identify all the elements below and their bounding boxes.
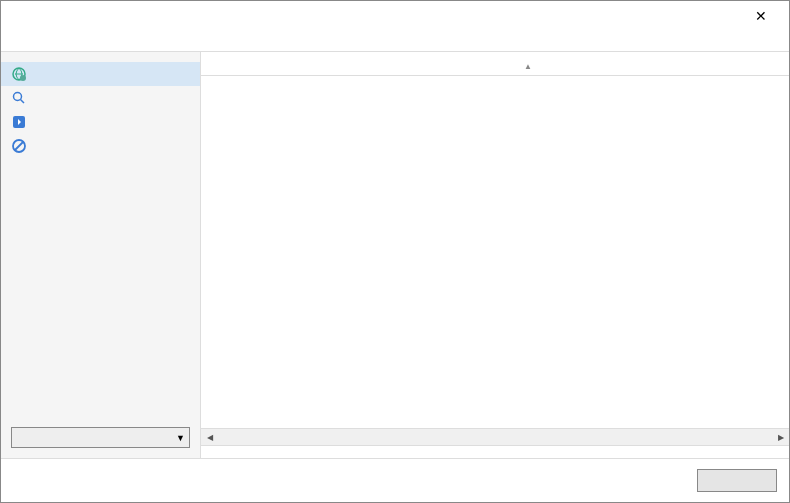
close-icon[interactable]: ✕ <box>741 8 781 24</box>
show-section: ▼ <box>1 419 200 458</box>
sidebar: ▼ <box>1 52 201 458</box>
table-header: ▲ <box>201 52 789 76</box>
hint-text <box>201 445 789 458</box>
scroll-left-icon[interactable]: ◀ <box>201 429 218 446</box>
main-area: ▼ ▲ ◀ ▶ <box>1 51 789 458</box>
table-body <box>201 76 789 428</box>
chevron-down-icon: ▼ <box>176 433 185 443</box>
sidebar-item-search[interactable] <box>1 86 200 110</box>
horizontal-scrollbar[interactable]: ◀ ▶ <box>201 428 789 445</box>
content-area: ▲ ◀ ▶ <box>201 52 789 458</box>
svg-point-1 <box>20 75 26 81</box>
subtitle-link[interactable] <box>1 31 789 51</box>
footer <box>1 458 789 502</box>
svg-line-6 <box>15 142 23 150</box>
show-dropdown[interactable]: ▼ <box>11 427 190 448</box>
search-icon <box>11 90 27 106</box>
accelerators-icon <box>11 114 27 130</box>
manage-addons-window: ✕ <box>0 0 790 503</box>
svg-line-3 <box>21 100 25 104</box>
close-button[interactable] <box>697 469 777 492</box>
sidebar-header <box>1 52 200 62</box>
toolbars-icon <box>11 66 27 82</box>
block-icon <box>11 138 27 154</box>
scroll-right-icon[interactable]: ▶ <box>772 429 789 446</box>
svg-point-2 <box>14 93 22 101</box>
sidebar-item-tracking[interactable] <box>1 134 200 158</box>
sidebar-item-accelerators[interactable] <box>1 110 200 134</box>
sort-arrow-icon: ▲ <box>524 62 532 71</box>
titlebar: ✕ <box>1 1 789 31</box>
sidebar-item-toolbars[interactable] <box>1 62 200 86</box>
